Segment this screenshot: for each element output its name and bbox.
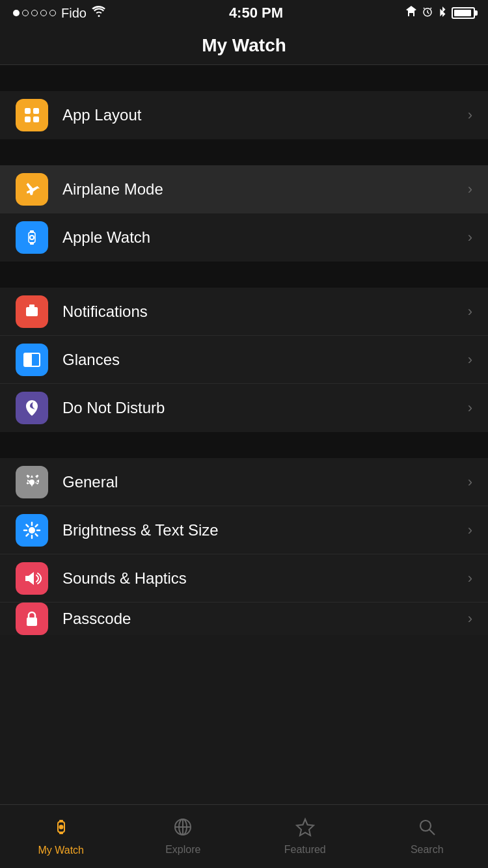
list-item-glances[interactable]: Glances ›: [0, 336, 488, 384]
svg-point-26: [31, 620, 34, 623]
carrier-label: Fido: [61, 6, 87, 21]
svg-line-22: [36, 524, 38, 526]
status-left: Fido: [13, 6, 106, 21]
list-item-brightness[interactable]: Brightness & Text Size ›: [0, 506, 488, 554]
glances-chevron: ›: [468, 351, 472, 368]
do-not-disturb-icon: [16, 392, 48, 424]
tab-label-search: Search: [411, 844, 444, 856]
svg-line-23: [27, 534, 29, 536]
section-settings: General › Brightness & Text Size ›: [0, 458, 488, 635]
page-title-bar: My Watch: [0, 26, 488, 65]
dot-3: [31, 10, 38, 16]
section-gap-3: [0, 262, 488, 288]
svg-rect-29: [59, 832, 63, 834]
tab-label-explore: Explore: [165, 844, 200, 856]
general-chevron: ›: [468, 474, 472, 491]
battery-icon: [452, 7, 475, 19]
svg-rect-28: [59, 820, 63, 822]
section-gap-1: [0, 65, 488, 91]
my-watch-tab-icon: [51, 817, 72, 842]
do-not-disturb-chevron: ›: [468, 400, 472, 416]
section-connectivity: Airplane Mode › Apple Watch ›: [0, 165, 488, 262]
passcode-icon: [16, 603, 48, 635]
passcode-chevron: ›: [468, 610, 472, 627]
tab-item-search[interactable]: Search: [366, 805, 489, 868]
svg-point-14: [29, 480, 34, 485]
passcode-label: Passcode: [62, 610, 468, 628]
list-item-app-layout[interactable]: App Layout ›: [0, 91, 488, 139]
explore-tab-icon: [173, 817, 193, 841]
notifications-icon: [16, 295, 48, 328]
bluetooth-icon: [439, 6, 446, 21]
do-not-disturb-label: Do Not Disturb: [62, 399, 468, 417]
svg-rect-4: [33, 116, 39, 122]
list-item-passcode[interactable]: Passcode ›: [0, 603, 488, 635]
glances-icon: [16, 344, 48, 376]
svg-rect-10: [26, 307, 38, 316]
status-right: [406, 6, 475, 21]
tab-label-my-watch: My Watch: [38, 845, 84, 856]
featured-tab-icon: [295, 817, 315, 841]
dot-4: [40, 10, 47, 16]
section-app-layout: App Layout ›: [0, 91, 488, 139]
glances-label: Glances: [62, 351, 468, 369]
notifications-chevron: ›: [468, 303, 472, 320]
app-layout-chevron: ›: [468, 107, 472, 124]
brightness-chevron: ›: [468, 522, 472, 539]
sounds-label: Sounds & Haptics: [62, 569, 468, 588]
airplane-mode-chevron: ›: [468, 181, 472, 198]
list-item-apple-watch[interactable]: Apple Watch ›: [0, 213, 488, 262]
sounds-chevron: ›: [468, 570, 472, 587]
list-item-airplane-mode[interactable]: Airplane Mode ›: [0, 165, 488, 213]
svg-rect-6: [30, 230, 34, 233]
tab-item-explore[interactable]: Explore: [122, 805, 245, 868]
app-layout-label: App Layout: [62, 106, 468, 124]
dot-1: [13, 10, 20, 16]
tab-item-featured[interactable]: Featured: [244, 805, 366, 868]
svg-point-36: [420, 821, 431, 831]
brightness-icon: [16, 514, 48, 547]
tab-label-featured: Featured: [284, 844, 326, 856]
svg-line-37: [429, 830, 435, 835]
list-item-general[interactable]: General ›: [0, 458, 488, 506]
general-icon: [16, 466, 48, 498]
svg-rect-2: [33, 108, 39, 114]
status-time: 4:50 PM: [229, 5, 283, 21]
apple-watch-icon: [16, 221, 48, 254]
wifi-icon: [92, 6, 106, 21]
svg-point-15: [29, 527, 35, 534]
svg-rect-3: [25, 116, 31, 122]
svg-marker-35: [297, 819, 314, 835]
svg-rect-13: [24, 353, 32, 366]
apple-watch-chevron: ›: [468, 229, 472, 246]
section-gap-2: [0, 139, 488, 165]
list-item-notifications[interactable]: Notifications ›: [0, 288, 488, 336]
list-item-do-not-disturb[interactable]: Do Not Disturb ›: [0, 384, 488, 432]
general-label: General: [62, 473, 468, 491]
svg-point-9: [31, 236, 33, 239]
svg-rect-11: [29, 305, 34, 308]
apple-watch-label: Apple Watch: [62, 228, 468, 247]
airplane-mode-label: Airplane Mode: [62, 180, 468, 198]
section-gap-4: [0, 432, 488, 458]
svg-rect-7: [30, 242, 34, 245]
notifications-label: Notifications: [62, 303, 468, 321]
tab-bar: My Watch Explore Featured Search: [0, 804, 488, 868]
svg-point-30: [59, 825, 63, 830]
svg-marker-24: [25, 572, 34, 585]
status-bar: Fido 4:50 PM: [0, 0, 488, 26]
signal-strength: [13, 10, 56, 16]
app-layout-icon: [16, 99, 48, 131]
tab-item-my-watch[interactable]: My Watch: [0, 805, 122, 868]
alarm-icon: [422, 6, 433, 21]
svg-line-21: [36, 534, 38, 536]
svg-line-20: [27, 524, 29, 526]
location-icon: [406, 6, 416, 21]
svg-rect-1: [25, 108, 31, 114]
brightness-label: Brightness & Text Size: [62, 521, 468, 539]
list-item-sounds[interactable]: Sounds & Haptics ›: [0, 554, 488, 603]
airplane-mode-icon: [16, 173, 48, 206]
page-content: App Layout › Airplane Mode ›: [0, 65, 488, 700]
search-tab-icon: [417, 817, 437, 841]
dot-2: [22, 10, 29, 16]
